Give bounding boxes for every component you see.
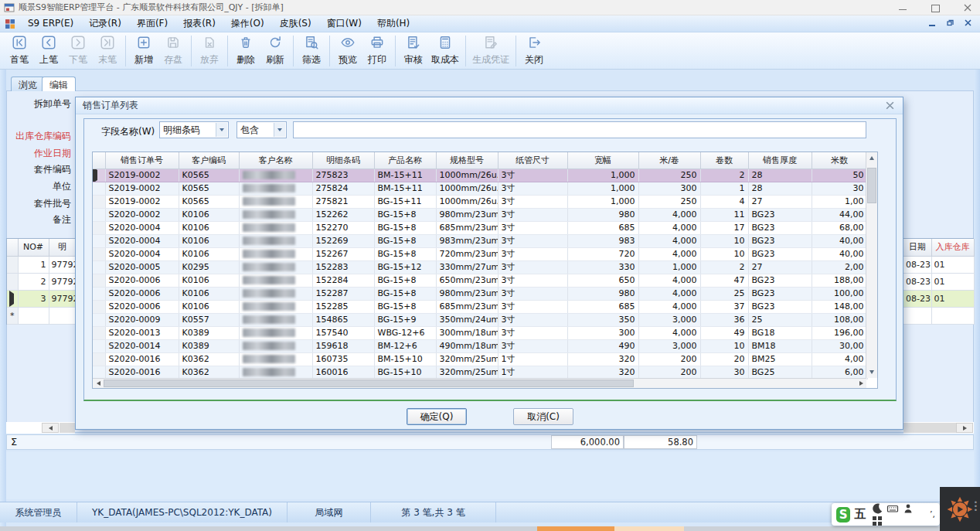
column-header[interactable]: 明: [49, 239, 76, 256]
sales-order-row[interactable]: S2019-0002K0565275823BM-15+111000mm/26u.…: [93, 168, 867, 182]
sales-order-row[interactable]: S2020-0009K0557154865BG-15+9350mm/24um..…: [93, 313, 867, 326]
app-corner-icon[interactable]: •••: [940, 487, 980, 531]
scroll-left-icon[interactable]: [42, 423, 59, 433]
grid-cell[interactable]: S2020-0006: [105, 287, 179, 300]
grid-cell[interactable]: 152262: [312, 208, 374, 221]
grid-cell[interactable]: 650: [567, 274, 638, 287]
grid-cell[interactable]: 720: [567, 247, 638, 260]
grid-cell[interactable]: 10: [700, 339, 748, 352]
detail-grid-right-fragment[interactable]: 日期入库仓库08-230108-230108-2301: [903, 238, 974, 325]
grid-cell[interactable]: 37: [700, 300, 748, 313]
customer-name-blurred[interactable]: [239, 234, 312, 247]
grid-cell[interactable]: 300: [638, 182, 700, 195]
column-header[interactable]: 米/卷: [638, 152, 700, 168]
grid-cell[interactable]: 3寸: [498, 274, 567, 287]
grid-cell[interactable]: 28: [748, 182, 812, 195]
cancel-button[interactable]: 取消(C): [513, 408, 573, 425]
grid-cell[interactable]: 980: [567, 287, 638, 300]
grid-cell[interactable]: S2020-0004: [105, 234, 179, 247]
grid-cell[interactable]: 28: [748, 168, 812, 182]
grid-cell[interactable]: 1: [700, 182, 748, 195]
filter-button[interactable]: 筛选: [297, 34, 326, 68]
grid-cell[interactable]: 49: [700, 326, 748, 339]
filter-field-combobox[interactable]: 明细条码: [159, 121, 229, 138]
table-row[interactable]: 08-2301: [903, 290, 974, 307]
grid-cell[interactable]: K0565: [179, 195, 239, 208]
grid-cell[interactable]: 4,000: [638, 287, 700, 300]
refresh-button[interactable]: 刷新: [260, 34, 290, 68]
grid-cell[interactable]: K0106: [179, 274, 239, 287]
grid-cell[interactable]: 159618: [312, 339, 374, 352]
grid-cell[interactable]: 983mm/23um...: [436, 234, 498, 247]
grid-cell[interactable]: 685: [567, 300, 638, 313]
barcode-cell[interactable]: 97792: [49, 290, 76, 307]
toolbox-icon[interactable]: [871, 515, 883, 527]
grid-cell[interactable]: 108,00: [812, 313, 867, 326]
grid-cell[interactable]: 275824: [312, 182, 374, 195]
grid-cell[interactable]: K0389: [179, 339, 239, 352]
grid-cell[interactable]: 152284: [312, 274, 374, 287]
chevron-down-icon[interactable]: [274, 123, 285, 137]
grid-cell[interactable]: K0362: [179, 352, 239, 366]
grid-cell[interactable]: 40,00: [812, 234, 867, 247]
grid-cell[interactable]: WBG-12+6: [374, 326, 436, 339]
grid-cell[interactable]: 300mm/18um...: [436, 326, 498, 339]
grid-cell[interactable]: BG23: [748, 234, 812, 247]
grid-cell[interactable]: 152283: [312, 260, 374, 274]
column-header[interactable]: 产品名称: [374, 152, 436, 168]
column-header[interactable]: 明细条码: [312, 152, 374, 168]
preview-button[interactable]: 预览: [333, 34, 362, 68]
dialog-close-icon[interactable]: [885, 100, 896, 111]
grid-cell[interactable]: 1,000: [567, 168, 638, 182]
grid-cell[interactable]: 27: [748, 260, 812, 274]
menu-item[interactable]: S9 ERP(E): [20, 15, 81, 31]
grid-cell[interactable]: 3,000: [638, 339, 700, 352]
warehouse-cell[interactable]: 01: [931, 256, 974, 273]
grid-cell[interactable]: BM-15+11: [374, 182, 436, 195]
customer-name-blurred[interactable]: [239, 274, 312, 287]
grid-cell[interactable]: BG23: [748, 274, 812, 287]
hscroll-thumb[interactable]: [104, 380, 634, 387]
grid-cell[interactable]: 320mm/25um...: [436, 366, 498, 379]
menu-item[interactable]: 操作(O): [223, 15, 272, 31]
customer-name-blurred[interactable]: [239, 366, 312, 379]
column-header[interactable]: 日期: [903, 239, 931, 256]
first-record-button[interactable]: 首笔: [5, 34, 34, 68]
grid-cell[interactable]: 152270: [312, 221, 374, 234]
main-hscrollbar-left[interactable]: [6, 422, 75, 434]
add-button[interactable]: 新增: [129, 34, 158, 68]
person-icon[interactable]: [902, 502, 914, 515]
grid-cell[interactable]: K0565: [179, 182, 239, 195]
grid-cell[interactable]: 320: [567, 352, 638, 366]
grid-cell[interactable]: 1000mm/26u...: [436, 168, 498, 182]
moon-icon[interactable]: [871, 502, 883, 515]
sales-order-row[interactable]: S2020-0016K0362160016BG-15+10320mm/25um.…: [93, 366, 867, 379]
grid-cell[interactable]: S2020-0014: [105, 339, 179, 352]
grid-cell[interactable]: 3寸: [498, 300, 567, 313]
grid-cell[interactable]: 11: [700, 208, 748, 221]
close-icon[interactable]: [963, 3, 972, 12]
grid-cell[interactable]: 2,00: [812, 260, 867, 274]
grid-cell[interactable]: S2020-0006: [105, 274, 179, 287]
grid-cell[interactable]: S2019-0002: [105, 195, 179, 208]
grid-cell[interactable]: 490mm/18um...: [436, 339, 498, 352]
date-cell[interactable]: 08-23: [903, 290, 931, 307]
grid-cell[interactable]: S2019-0002: [105, 182, 179, 195]
grid-cell[interactable]: 6,00: [812, 366, 867, 379]
grid-cell[interactable]: 25: [748, 313, 812, 326]
grid-cell[interactable]: BG-15+8: [374, 287, 436, 300]
table-row[interactable]: 08-2301: [903, 256, 974, 273]
grid-cell[interactable]: 275823: [312, 168, 374, 182]
sales-order-row[interactable]: S2020-0004K0106152270BG-15+8685mm/23um..…: [93, 221, 867, 234]
scroll-right-icon[interactable]: [956, 423, 973, 433]
grid-cell[interactable]: K0106: [179, 247, 239, 260]
column-header[interactable]: 纸管尺寸: [498, 152, 567, 168]
grid-cell[interactable]: BG-15+8: [374, 300, 436, 313]
sales-order-grid[interactable]: 销售订单号客户编码客户名称明细条码产品名称规格型号纸管尺寸宽幅米/卷卷数销售厚度…: [92, 151, 878, 389]
grid-cell[interactable]: BM18: [748, 339, 812, 352]
grid-cell[interactable]: 4,000: [638, 300, 700, 313]
grid-cell[interactable]: 160735: [312, 352, 374, 366]
grid-cell[interactable]: 685mm/23um...: [436, 300, 498, 313]
customer-name-blurred[interactable]: [239, 352, 312, 366]
sales-order-row[interactable]: S2020-0014K0389159618BM-12+6490mm/18um..…: [93, 339, 867, 352]
